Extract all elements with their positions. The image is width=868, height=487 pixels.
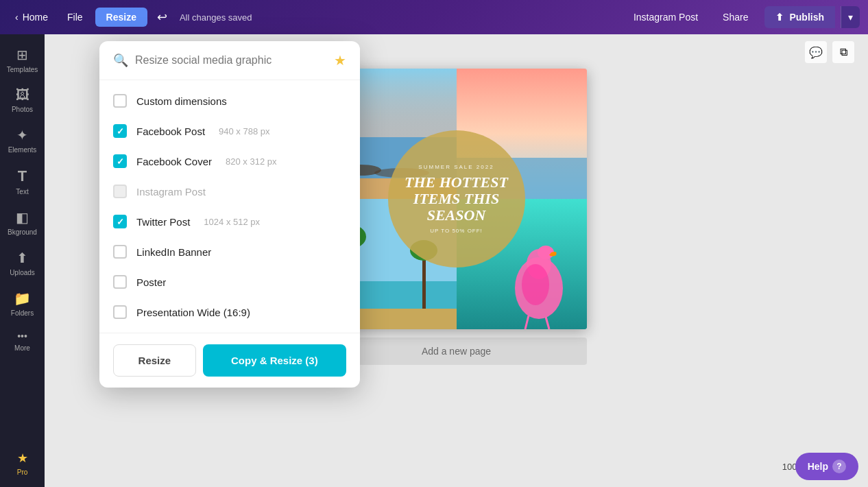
item-dim-twitter-post: 1024 x 512 px <box>204 217 260 227</box>
modal-overlay: 🔍 ★ Custom dimensions Facebook Post 940 … <box>45 34 868 487</box>
item-dim-facebook-cover: 820 x 312 px <box>226 156 276 167</box>
publish-label: Publish <box>789 12 824 23</box>
undo-button[interactable]: ↩ <box>153 5 171 29</box>
elements-icon: ✦ <box>16 127 28 143</box>
sidebar-label-background: Bkground <box>8 228 37 236</box>
file-label: File <box>67 12 83 23</box>
list-item-presentation-wide[interactable]: Presentation Wide (16:9) <box>99 297 360 327</box>
background-icon: ◧ <box>16 209 29 226</box>
sidebar-label-elements: Elements <box>8 146 37 154</box>
sidebar-item-pro[interactable]: ★ Pro <box>0 445 45 482</box>
checkbox-poster[interactable] <box>113 275 127 289</box>
publish-dropdown-button[interactable]: ▾ <box>841 6 860 28</box>
sidebar: ⊞ Templates 🖼 Photos ✦ Elements T Text ◧… <box>0 34 45 487</box>
resize-options-list: Custom dimensions Facebook Post 940 x 78… <box>99 80 360 333</box>
document-type-label: Instagram Post <box>625 12 706 23</box>
uploads-icon: ⬆ <box>16 250 28 266</box>
text-icon: T <box>18 167 27 185</box>
topbar: ‹ Home File Resize ↩ All changes saved I… <box>0 0 868 34</box>
item-label-presentation-wide: Presentation Wide (16:9) <box>136 307 250 318</box>
copy-and-resize-button[interactable]: Copy & Resize (3) <box>203 344 346 377</box>
sidebar-item-folders[interactable]: 📁 Folders <box>0 285 45 322</box>
resize-modal: 🔍 ★ Custom dimensions Facebook Post 940 … <box>99 41 360 388</box>
item-label-facebook-cover: Facebook Cover <box>136 156 212 167</box>
sidebar-label-uploads: Uploads <box>10 269 35 276</box>
item-label-facebook-post: Facebook Post <box>136 126 205 137</box>
sidebar-item-templates[interactable]: ⊞ Templates <box>0 41 45 79</box>
chevron-left-icon: ‹ <box>15 12 19 23</box>
more-icon: ••• <box>17 331 27 342</box>
share-button[interactable]: Share <box>712 6 759 28</box>
publish-button[interactable]: ⬆ Publish <box>764 6 835 28</box>
pro-icon: ★ <box>17 451 28 466</box>
resize-only-button[interactable]: Resize <box>113 344 196 377</box>
sidebar-label-pro: Pro <box>17 468 28 476</box>
publish-icon: ⬆ <box>775 12 784 23</box>
item-label-poster: Poster <box>136 276 166 288</box>
list-item-linkedin-banner[interactable]: LinkedIn Banner <box>99 237 360 267</box>
sidebar-item-text[interactable]: T Text <box>0 162 45 201</box>
list-item-facebook-post[interactable]: Facebook Post 940 x 788 px <box>99 116 360 146</box>
list-item-instagram-post[interactable]: Instagram Post <box>99 176 360 206</box>
search-input[interactable] <box>135 54 327 67</box>
folders-icon: 📁 <box>14 290 31 307</box>
checkbox-facebook-post[interactable] <box>113 124 127 138</box>
checkbox-twitter-post[interactable] <box>113 215 127 228</box>
sidebar-label-templates: Templates <box>7 66 38 73</box>
item-label-twitter-post: Twitter Post <box>136 216 190 228</box>
checkbox-custom[interactable] <box>113 94 127 108</box>
modal-search-bar: 🔍 ★ <box>99 41 360 80</box>
home-button[interactable]: ‹ Home <box>8 8 55 27</box>
sidebar-label-more: More <box>14 344 30 352</box>
sidebar-item-elements[interactable]: ✦ Elements <box>0 121 45 159</box>
sidebar-label-photos: Photos <box>12 106 33 113</box>
sidebar-item-background[interactable]: ◧ Bkground <box>0 204 45 241</box>
item-label-linkedin-banner: LinkedIn Banner <box>136 246 211 258</box>
list-item-twitter-post[interactable]: Twitter Post 1024 x 512 px <box>99 206 360 237</box>
photos-icon: 🖼 <box>16 87 29 103</box>
list-item-poster[interactable]: Poster <box>99 267 360 297</box>
sidebar-item-photos[interactable]: 🖼 Photos <box>0 82 45 119</box>
pro-star-icon: ★ <box>334 52 346 69</box>
list-item-custom[interactable]: Custom dimensions <box>99 86 360 116</box>
item-label-custom: Custom dimensions <box>136 95 227 107</box>
resize-button[interactable]: Resize <box>95 8 147 27</box>
checkbox-instagram-post[interactable] <box>113 185 127 198</box>
sidebar-label-text: Text <box>16 188 28 195</box>
item-dim-facebook-post: 940 x 788 px <box>219 126 269 136</box>
search-icon: 🔍 <box>113 53 128 68</box>
templates-icon: ⊞ <box>16 47 28 63</box>
list-item-facebook-cover[interactable]: Facebook Cover 820 x 312 px <box>99 146 360 176</box>
sidebar-label-folders: Folders <box>11 309 34 317</box>
item-label-instagram-post: Instagram Post <box>136 186 206 198</box>
checkbox-presentation-wide[interactable] <box>113 305 127 319</box>
file-button[interactable]: File <box>60 8 90 27</box>
sidebar-item-more[interactable]: ••• More <box>0 325 45 357</box>
sidebar-item-uploads[interactable]: ⬆ Uploads <box>0 244 45 282</box>
checkbox-facebook-cover[interactable] <box>113 154 127 168</box>
autosave-status: All changes saved <box>180 12 252 23</box>
home-label: Home <box>23 12 48 23</box>
modal-footer: Resize Copy & Resize (3) <box>99 333 360 388</box>
checkbox-linkedin-banner[interactable] <box>113 245 127 259</box>
